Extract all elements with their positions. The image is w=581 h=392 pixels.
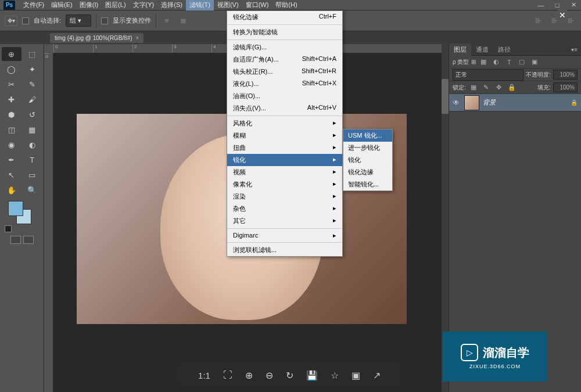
menu-type[interactable]: 文字(Y) xyxy=(130,0,158,10)
lasso-tool[interactable]: ◯ xyxy=(2,62,21,76)
info-icon[interactable]: ▣ xyxy=(352,370,360,381)
gradient-tool[interactable]: ▦ xyxy=(23,123,42,136)
zoom-tool[interactable]: 🔍 xyxy=(23,183,42,197)
document-tab[interactable]: timg (4).jpg @ 100%(RGB/8#) × xyxy=(50,33,144,43)
menu-item-noise[interactable]: 杂色▸ xyxy=(227,203,342,215)
submenu-sharpen-more[interactable]: 进一步锐化 xyxy=(343,142,392,154)
scrollbar-thumb[interactable] xyxy=(442,79,449,114)
menu-item-other[interactable]: 其它▸ xyxy=(227,215,342,227)
submenu-sharpen-edges[interactable]: 锐化边缘 xyxy=(343,166,392,178)
wand-tool[interactable]: ✦ xyxy=(23,62,42,76)
align-icon[interactable]: ≡ xyxy=(161,15,173,27)
close-button[interactable]: ✕ xyxy=(569,1,578,9)
brush-tool[interactable]: 🖌 xyxy=(23,92,42,106)
submenu-sharpen[interactable]: 锐化 xyxy=(343,154,392,166)
default-colors-icon[interactable] xyxy=(5,225,12,232)
menu-item-distort[interactable]: 扭曲▸ xyxy=(227,142,342,154)
menu-item-blur[interactable]: 模糊▸ xyxy=(227,130,342,142)
menu-select[interactable]: 选择(S) xyxy=(157,0,186,10)
menu-item-sharpen[interactable]: 锐化▸ xyxy=(227,154,342,166)
menu-item-convert-smart[interactable]: 转换为智能滤镜 xyxy=(227,26,342,38)
menu-item-adaptive-wide[interactable]: 自适应广角(A)...Shift+Ctrl+A xyxy=(227,53,342,66)
fit-screen-icon[interactable]: ⛶ xyxy=(223,370,232,380)
hand-tool[interactable]: ✋ xyxy=(2,183,21,197)
menu-layer[interactable]: 图层(L) xyxy=(102,0,129,10)
lock-transparency-icon[interactable]: ▦ xyxy=(468,83,479,92)
menu-image[interactable]: 图像(I) xyxy=(76,0,102,10)
pen-tool[interactable]: ✒ xyxy=(2,153,21,167)
favorite-icon[interactable]: ☆ xyxy=(331,370,339,381)
crop-tool[interactable]: ✂ xyxy=(2,77,21,91)
dodge-tool[interactable]: ◐ xyxy=(23,138,42,152)
menu-view[interactable]: 视图(V) xyxy=(214,0,242,10)
opacity-value[interactable]: 100% xyxy=(553,70,578,80)
menu-item-digimarc[interactable]: Digimarc▸ xyxy=(227,230,342,241)
type-tool[interactable]: T xyxy=(23,153,42,167)
filter-dropdown-icon[interactable]: ⊞ xyxy=(471,59,476,65)
filter-smart-icon[interactable]: ▣ xyxy=(529,57,540,67)
tab-paths[interactable]: 路径 xyxy=(493,44,515,56)
menu-item-sharpen-edges[interactable]: 锐化边缘Ctrl+F xyxy=(227,11,342,23)
filter-type-icon[interactable]: T xyxy=(504,57,514,67)
shape-tool[interactable]: ▭ xyxy=(23,168,42,182)
eyedropper-tool[interactable]: ✎ xyxy=(23,77,42,91)
menu-edit[interactable]: 编辑(E) xyxy=(48,0,76,10)
align-icon[interactable]: ≣ xyxy=(177,15,189,27)
close-tab-icon[interactable]: × xyxy=(136,35,139,41)
fill-value[interactable]: 100% xyxy=(553,82,578,92)
share-icon[interactable]: ↗ xyxy=(373,370,381,381)
lock-all-icon[interactable]: 🔒 xyxy=(507,83,517,92)
move-tool-icon[interactable]: ✥▾ xyxy=(5,16,17,26)
tab-channels[interactable]: 通道 xyxy=(471,44,493,56)
foreground-color-swatch[interactable] xyxy=(8,201,23,216)
blend-mode-dropdown[interactable]: 正常 xyxy=(453,69,523,81)
menu-window[interactable]: 窗口(W) xyxy=(242,0,272,10)
menu-item-video[interactable]: 视频▸ xyxy=(227,166,342,178)
tab-layers[interactable]: 图层 xyxy=(449,44,471,56)
show-transform-checkbox[interactable] xyxy=(101,17,108,24)
lock-paint-icon[interactable]: ✎ xyxy=(481,83,492,92)
menu-item-vanishing-point[interactable]: 消失点(V)...Alt+Ctrl+V xyxy=(227,102,342,114)
submenu-usm-sharpen[interactable]: USM 锐化... xyxy=(343,130,392,142)
menu-item-pixelate[interactable]: 像素化▸ xyxy=(227,178,342,190)
path-tool[interactable]: ↖ xyxy=(2,168,21,182)
filter-adjust-icon[interactable]: ◐ xyxy=(491,57,501,67)
menu-file[interactable]: 文件(F) xyxy=(20,0,48,10)
layer-item[interactable]: 👁 背景 🔒 xyxy=(449,94,581,112)
panel-menu-icon[interactable]: ▾≡ xyxy=(568,46,581,53)
color-swatches[interactable] xyxy=(8,201,31,224)
layer-name-label[interactable]: 背景 xyxy=(483,98,567,107)
save-icon[interactable]: 💾 xyxy=(306,370,318,381)
rotate-icon[interactable]: ↻ xyxy=(286,370,293,381)
close-overlay-button[interactable]: ✕ xyxy=(555,8,569,22)
zoom-ratio-button[interactable]: 1:1 xyxy=(198,371,210,380)
zoom-in-icon[interactable]: ⊕ xyxy=(245,370,253,381)
eraser-tool[interactable]: ◫ xyxy=(2,123,21,136)
zoom-out-icon[interactable]: ⊖ xyxy=(266,370,273,381)
maximize-button[interactable]: □ xyxy=(553,1,561,9)
menu-item-stylize[interactable]: 风格化▸ xyxy=(227,117,342,130)
menu-help[interactable]: 帮助(H) xyxy=(272,0,300,10)
menu-item-oil-paint[interactable]: 油画(O)... xyxy=(227,90,342,102)
submenu-smart-sharpen[interactable]: 智能锐化... xyxy=(343,178,392,190)
menu-item-lens-correct[interactable]: 镜头校正(R)...Shift+Ctrl+R xyxy=(227,66,342,78)
layer-thumbnail[interactable] xyxy=(464,95,479,110)
quick-mask-icon[interactable] xyxy=(10,236,21,244)
distribute-icon[interactable]: ⊪ xyxy=(532,15,544,27)
screen-mode-icon[interactable] xyxy=(23,236,34,244)
blur-tool[interactable]: ◉ xyxy=(2,138,21,152)
auto-select-checkbox[interactable] xyxy=(22,17,29,24)
history-brush-tool[interactable]: ↺ xyxy=(23,107,42,121)
minimize-button[interactable]: — xyxy=(537,1,545,9)
marquee-tool[interactable]: ⬚ xyxy=(23,47,42,61)
move-tool[interactable]: ⊕ xyxy=(2,47,21,61)
menu-item-render[interactable]: 渲染▸ xyxy=(227,190,342,203)
visibility-icon[interactable]: 👁 xyxy=(453,99,461,107)
auto-select-dropdown[interactable]: 组 ▾ xyxy=(66,15,91,27)
filter-shape-icon[interactable]: ▢ xyxy=(517,57,527,67)
menu-filter[interactable]: 滤镜(T) xyxy=(186,0,214,10)
lock-position-icon[interactable]: ✥ xyxy=(494,83,504,92)
stamp-tool[interactable]: ⬢ xyxy=(2,107,21,121)
filter-pixel-icon[interactable]: ▦ xyxy=(478,57,489,67)
menu-item-filter-gallery[interactable]: 滤镜库(G)... xyxy=(227,41,342,53)
